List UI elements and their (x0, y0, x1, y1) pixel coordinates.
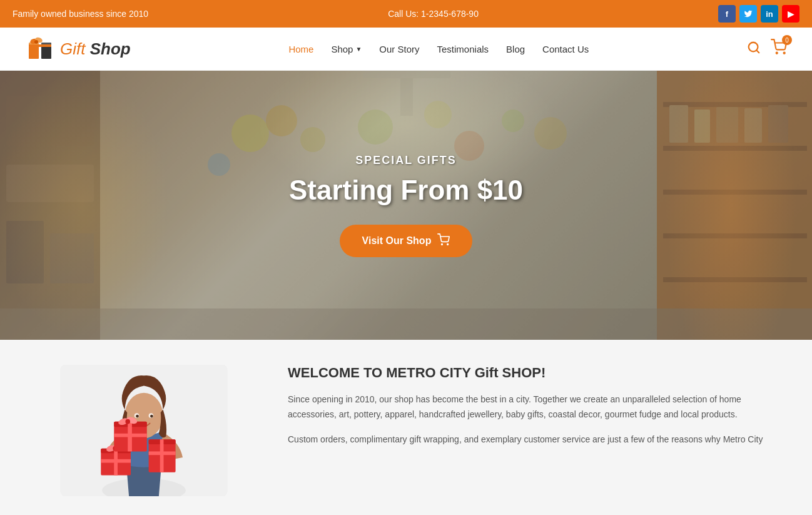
social-links: f in ▶ (718, 5, 799, 23)
svg-point-11 (784, 53, 785, 54)
svg-point-47 (136, 415, 139, 418)
header: Gift Shop Home Shop ▼ Our Story Testimon… (0, 28, 812, 71)
cart-button[interactable]: 0 (771, 39, 787, 59)
svg-rect-1 (41, 46, 51, 59)
logo-text: Gift Shop (60, 39, 131, 59)
nav-blog[interactable]: Blog (506, 44, 525, 54)
linkedin-icon[interactable]: in (761, 5, 778, 23)
header-actions: 0 (747, 39, 787, 59)
nav-testimonials[interactable]: Testimonials (437, 44, 489, 54)
youtube-icon[interactable]: ▶ (782, 5, 799, 23)
hero-content: SPECIAL GIFTS Starting From $10 Visit Ou… (289, 154, 523, 257)
welcome-para-2: Custom orders, complimentary gift wrappi… (288, 432, 774, 447)
svg-point-10 (776, 53, 778, 54)
svg-rect-0 (29, 46, 39, 59)
hero-title: Starting From $10 (289, 175, 523, 206)
person-illustration (56, 365, 231, 496)
facebook-icon[interactable]: f (718, 5, 736, 23)
svg-point-41 (447, 243, 449, 245)
nav-our-story[interactable]: Our Story (379, 44, 419, 54)
svg-rect-52 (101, 459, 131, 463)
welcome-para-1: Since opening in 2010, our shop has beco… (288, 392, 774, 422)
logo-icon (25, 34, 55, 64)
svg-point-48 (150, 415, 153, 418)
main-nav: Home Shop ▼ Our Story Testimonials Blog … (288, 44, 589, 54)
cart-icon (437, 233, 450, 248)
welcome-section: WELCOME TO METRO CITY Gift SHOP! Since o… (0, 340, 812, 515)
welcome-image-area (38, 365, 250, 496)
svg-point-62 (125, 419, 130, 424)
logo[interactable]: Gift Shop (25, 34, 131, 64)
cart-count: 0 (782, 35, 792, 45)
nav-home[interactable]: Home (288, 44, 313, 54)
shop-dropdown-arrow: ▼ (355, 46, 362, 53)
svg-point-7 (34, 40, 38, 44)
nav-contact-us[interactable]: Contact Us (542, 44, 589, 54)
visit-shop-button[interactable]: Visit Our Shop (340, 225, 473, 257)
twitter-icon[interactable] (739, 5, 757, 23)
svg-rect-4 (29, 44, 51, 47)
hero-section: SPECIAL GIFTS Starting From $10 Visit Ou… (0, 71, 812, 340)
hero-subtitle: SPECIAL GIFTS (289, 154, 523, 167)
top-bar: Family owned business since 2010 Call Us… (0, 0, 812, 28)
svg-rect-59 (114, 434, 146, 437)
svg-rect-66 (149, 451, 176, 455)
phone: Call Us: 1-2345-678-90 (388, 9, 479, 19)
welcome-title: WELCOME TO METRO CITY Gift SHOP! (288, 365, 774, 381)
svg-rect-65 (160, 439, 164, 472)
welcome-text-area: WELCOME TO METRO CITY Gift SHOP! Since o… (288, 365, 774, 457)
svg-line-9 (756, 50, 759, 53)
search-button[interactable] (747, 41, 761, 58)
svg-point-40 (442, 243, 443, 245)
tagline: Family owned business since 2010 (13, 9, 148, 19)
nav-shop[interactable]: Shop ▼ (331, 44, 362, 54)
